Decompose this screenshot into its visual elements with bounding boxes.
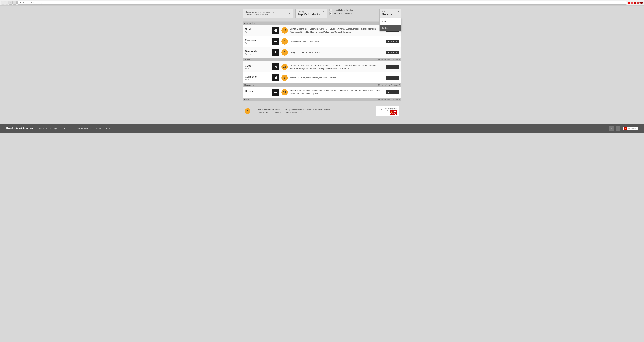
view-as-details-option[interactable]: Details [380,25,401,31]
checkboxes-area: ✓ Forced Labour Statistics ✓ Child Labou… [330,9,377,15]
food-where-produced: Where are these Produced ? [378,99,400,100]
footer-link-about[interactable]: About this Campaign [39,128,56,130]
bricks-more-details-button[interactable]: more details [386,90,399,94]
svg-rect-5 [275,92,277,93]
category-construction-name: Construction [244,84,255,86]
legend-bubble: X [245,108,250,114]
category-construction: Construction Where are these Produced ? [243,83,401,87]
cotton-count: 15 [282,64,288,70]
cotton-icon [272,63,279,70]
footwear-name: Footwear [245,39,270,42]
footwear-name-area: Footwear Rank 14 [245,39,270,44]
showing-dropdown[interactable]: Showing ▼ Top 25 Products [296,9,327,18]
filter-arrow-icon: ▼ [289,13,290,14]
diamonds-icon [272,49,279,56]
bricks-name: Bricks [245,90,270,93]
view-as-arrow-icon: ▼ [398,11,399,12]
view-as-menu: Grid Details [380,18,402,31]
back-button[interactable]: ← [1,1,5,4]
footwear-rank: Rank 14 [245,42,270,44]
diamonds-rank: Rank 21 [245,53,270,55]
svg-rect-7 [277,92,277,93]
footer-social: f t ✌ anti-slavery [610,126,638,131]
filter-dropdown[interactable]: Show what products are made usingchild l… [242,9,293,18]
forced-labour-checkbox[interactable]: ✓ Forced Labour Statistics [330,9,377,11]
address-bar[interactable]: https://www.productsofslavery.org [18,1,627,4]
svg-rect-4 [276,92,277,92]
garments-count: 6 [282,75,288,81]
view-as-value: Details [382,12,399,16]
bricks-rank: Rank 3 [245,93,270,95]
table-row: Bricks Rank 3 14 Afghanistan, Argentina,… [243,87,401,98]
filter-label: Show what products are made usingchild l… [245,11,276,16]
cotton-countries: Argentina, Azerbaijan, Benin, Brazil, Bu… [290,64,384,70]
garments-more-details-button[interactable]: more details [386,76,399,80]
table-row: Gold Rank 1 17 Bolivia, BurkinaFaso, Col… [243,25,401,36]
garments-rank: Rank 8 [245,78,270,80]
diamonds-name-area: Diamonds Rank 21 [245,50,270,55]
diamonds-more-details-button[interactable]: more details [386,50,399,54]
footer-link-data[interactable]: Data and Sources [76,128,91,130]
url-text: https://www.productsofslavery.org [19,2,45,4]
footer-link-help[interactable]: Help [106,128,110,130]
browser-icon-2: ● [631,1,633,4]
footer: Products of Slavery About this Campaign … [0,124,644,133]
toolbar: Show what products are made usingchild l… [242,9,402,18]
footer-site-name: Products of Slavery [6,127,33,130]
footwear-count: 4 [282,38,288,45]
diamonds-count: 3 [282,49,288,56]
category-food-name: Food [244,98,248,101]
cotton-rank: Rank 2 [245,67,270,69]
legend-dash: — [253,110,256,113]
footwear-icon [272,38,279,45]
svg-rect-3 [274,92,276,92]
footer-link-action[interactable]: Take Action [61,128,71,130]
browser-icon-5: ● [640,1,643,4]
category-accessories: Accessories Whe... [243,21,401,25]
twitter-icon[interactable]: t [616,126,620,131]
footer-link-poster[interactable]: Poster [96,128,101,130]
gold-icon [272,27,279,34]
showing-arrow-icon: ▼ [323,11,324,13]
view-as-label: View As ▼ [382,11,399,12]
footwear-countries: Bangladesh, Brazil, China, India [290,40,384,43]
main-content: Show what products are made usingchild l… [240,6,404,121]
garments-countries: Argentina, China, India, Jordan, Malaysi… [290,76,384,79]
bricks-icon [272,89,279,96]
nav-buttons: ← → ↻ ⌂ [1,1,16,4]
gold-countries: Bolivia, BurkinaFaso, Colombia, CongoDR,… [290,27,384,33]
home-button[interactable]: ⌂ [13,1,16,4]
anti-slavery-footer-logo: ✌ anti-slavery [622,127,638,130]
gold-name-area: Gold Rank 1 [245,28,270,33]
category-textile: Textile Where are these Produced ? [243,58,401,61]
browser-chrome: ← → ↻ ⌂ https://www.productsofslavery.or… [0,0,644,6]
child-labour-label: Child Labour Statistics [333,12,352,14]
view-as-button[interactable]: View As ▼ Details [380,9,402,18]
page-wrapper: Show what products are made usingchild l… [0,6,644,342]
footwear-more-details-button[interactable]: more details [386,39,399,43]
cotton-name-area: Cotton Rank 2 [245,64,270,69]
forced-labour-checkbox-box[interactable]: ✓ [330,9,332,11]
cotton-more-details-button[interactable]: more details [386,65,399,69]
showing-label: Showing ▼ [298,11,324,13]
facebook-icon[interactable]: f [610,126,614,131]
gold-rank: Rank 1 [245,31,270,33]
textile-where-produced: Where are these Produced ? [378,59,400,61]
products-table: Accessories Whe... Gold Rank 1 17 Bolivi… [242,21,402,101]
gold-name: Gold [245,28,270,31]
legend-box: X — The number of countries in which a p… [242,105,402,118]
diamonds-name: Diamonds [245,50,270,53]
child-labour-checkbox[interactable]: ✓ Child Labour Statistics [330,12,377,15]
forward-button[interactable]: → [5,1,9,4]
category-textile-name: Textile [244,59,250,61]
forced-labour-label: Forced Labour Statistics [333,9,353,11]
table-row: Footwear Rank 14 4 Bangladesh, Brazil, C… [243,36,401,47]
child-labour-checkbox-box[interactable]: ✓ [330,12,332,15]
showing-value: Top 25 Products [298,13,324,16]
browser-icon-4: ● [637,1,640,4]
reload-button[interactable]: ↻ [9,1,12,4]
view-as-grid-option[interactable]: Grid [380,18,401,25]
construction-where-produced: Where are these Produced ? [378,84,400,86]
bricks-count: 14 [282,89,288,95]
svg-point-2 [276,67,277,68]
